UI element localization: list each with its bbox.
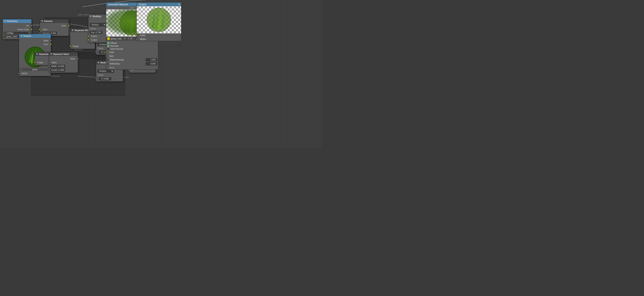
node-sep-rgb1-triangle xyxy=(72,30,74,31)
node-sep-rgb1-image-socket[interactable] xyxy=(69,45,71,47)
panel-ext-alpha-label: Alpha xyxy=(109,66,114,69)
node-texture-icon: 🌀 xyxy=(47,35,50,37)
node-texture-header: Texture 🌀 xyxy=(19,34,51,38)
panel-ext-spec-in-socket[interactable] xyxy=(105,55,107,57)
panel-ext-diffuse-label: Diffuse xyxy=(110,42,117,44)
panel-ext-add-btn[interactable]: + xyxy=(128,37,129,40)
node-squeeze-value-out: Value xyxy=(70,58,75,60)
node-squeeze-width-socket[interactable] xyxy=(48,65,50,67)
node-geometry-uv-socket[interactable] xyxy=(30,25,32,27)
node-texture-color-out-label: Color xyxy=(44,43,48,46)
node-mul-big-color2-socket[interactable] xyxy=(88,39,90,41)
texture-icon: ✕ xyxy=(21,68,22,70)
node-texture-vector-socket[interactable] xyxy=(18,72,20,74)
node-mul-big-color1-socket[interactable] xyxy=(88,35,90,37)
panel-ext-alpha-row: Alpha xyxy=(106,66,158,70)
node-squeeze-title: Squeeze Value xyxy=(53,53,69,55)
node-squeeze-value-in-row: Value xyxy=(49,60,78,64)
panel-output-alpha-row: Alpha xyxy=(137,37,181,41)
panel-output-icons: ✕ xyxy=(178,3,180,6)
node-texture-vector-in-row: Vector xyxy=(19,72,51,75)
node-geometry-grasscolor-label: grass_color xyxy=(6,36,17,38)
node-gamma-color-in-label: Color xyxy=(42,28,47,31)
panel-ext-title: Extended Material xyxy=(108,3,128,6)
node-geometry-title: Geometry xyxy=(7,20,18,22)
panel-ext-spec-row-label: Spec xyxy=(109,55,114,57)
node-gamma: Gamma Color Color Gamma: 0.450 xyxy=(40,19,69,36)
node-geometry-uv-row: UV xyxy=(3,24,32,28)
panel-output-color-socket[interactable] xyxy=(136,34,138,36)
node-geometry-uvmap-label: UVMap xyxy=(6,32,13,34)
node-mul-bot-v-socket[interactable] xyxy=(95,78,97,80)
node-sep-rgb1-title: Separate RGB xyxy=(74,29,90,32)
node-gamma-color-out: Color xyxy=(61,25,66,27)
panel-ext-ref-value[interactable]: 0.000 xyxy=(146,62,157,65)
node-texture-value-out-row: Value xyxy=(19,38,51,42)
node-mul-bot-v-row: V: 0.800 xyxy=(96,77,123,80)
panel-ext-reflectivity-row: Reflectivity: 0.000 xyxy=(106,62,158,66)
panel-ext-invert-normal-label: Invert Normal xyxy=(110,48,123,50)
panel-ext-diffuse-checkbox[interactable] xyxy=(107,42,110,44)
panel-ext-di-label: DiffuseIntensity: xyxy=(109,59,146,61)
panel-ext-di-value[interactable]: 1.000 xyxy=(146,58,157,61)
panel-ext-color-in-socket[interactable] xyxy=(105,51,107,53)
node-mul-bot-v-field[interactable]: V: 0.800 xyxy=(99,77,111,80)
node-texture-color-out-row: Color xyxy=(19,42,51,46)
panel-ext-alpha-socket[interactable] xyxy=(105,66,107,69)
node-geometry-uv-label: UV xyxy=(26,25,29,27)
node-geometry-vc-socket[interactable] xyxy=(30,28,32,30)
panel-ext-invert-normal-checkbox[interactable] xyxy=(107,48,110,50)
panel-ext-di-socket[interactable] xyxy=(107,59,109,61)
node-gamma-color-out-socket[interactable] xyxy=(68,25,70,27)
node-squeeze: Squeeze Value Value Value Width: 14.000 … xyxy=(49,52,78,73)
node-geometry-vc-label: Vertex Color xyxy=(18,28,29,31)
node-mul-bot-blend-select[interactable]: Multiply xyxy=(98,69,114,73)
node-squeeze-val-in-socket[interactable] xyxy=(48,61,50,64)
node-sep-rgb2-image-socket[interactable] xyxy=(34,61,36,64)
node-squeeze-value-label: Value xyxy=(52,61,57,64)
node-squeeze-center-field[interactable]: Center: 0.400 xyxy=(50,68,65,72)
node-mul-big-blend-select[interactable]: Multiply xyxy=(90,23,106,26)
node-mul-big-fac-field[interactable]: Fac: 0.700 xyxy=(90,31,102,34)
node-mul-mid-v-socket[interactable] xyxy=(95,51,97,53)
panel-ext-ref-socket[interactable] xyxy=(107,63,109,65)
node-geometry-header: Geometry xyxy=(3,19,32,23)
node-texture-value-out-label: Value xyxy=(43,40,48,42)
node-mul-big-clamp-label: Clamp xyxy=(90,28,96,30)
panel-output-color-label: Color xyxy=(140,34,146,36)
node-squeeze-center-socket[interactable] xyxy=(48,69,50,71)
node-gamma-color-in-socket[interactable] xyxy=(39,28,41,30)
panel-ext-specular-label: Specular xyxy=(110,45,118,47)
panel-ext-ref-label: Reflectivity: xyxy=(109,62,146,65)
node-sep-rgb2-triangle xyxy=(36,54,38,55)
node-gamma-triangle xyxy=(41,20,43,22)
node-squeeze-width-field[interactable]: Width: 14.000 xyxy=(50,65,65,68)
panel-output-header: Output ✕ xyxy=(137,2,181,6)
node-texture-vector-label: Vector xyxy=(22,72,27,74)
texture-filename-label: grass xyxy=(32,68,37,70)
panel-ext-f-label[interactable]: F xyxy=(123,37,126,40)
node-squeeze-value-socket[interactable] xyxy=(77,58,79,60)
panel-ext-color-socket-row: Color xyxy=(106,50,158,54)
panel-output-title: Output xyxy=(139,3,146,6)
node-mul-big-title: Multiply xyxy=(93,15,102,18)
panel-ext-diffuse-intensity-row: DiffuseIntensity: 1.000 xyxy=(106,58,158,62)
node-mul-bot-triangle xyxy=(98,62,100,64)
panel-ext-remove-btn[interactable]: ✕ xyxy=(130,37,132,40)
node-squeeze-center-row: Center: 0.400 xyxy=(49,68,78,72)
node-texture-color-out-socket[interactable] xyxy=(50,43,52,45)
node-squeeze-body: Value Value Width: 14.000 Center: 0.400 xyxy=(49,56,78,73)
panel-ext-specular-row: Specular xyxy=(106,44,158,48)
panel-ext-invert-normal-row: Invert Normal xyxy=(106,48,158,50)
texture-filename-row: ✕ grass ✕ xyxy=(20,68,50,71)
panel-ext-mat-name: grass_nod xyxy=(111,37,122,40)
panel-output-alpha-socket[interactable] xyxy=(136,38,138,40)
node-gamma-title: Gamma xyxy=(44,20,52,22)
panel-ext-spec-socket-row: Spec xyxy=(106,54,158,58)
node-texture-value-out-socket[interactable] xyxy=(50,40,52,42)
node-squeeze-width-row: Width: 14.000 xyxy=(49,64,78,68)
panel-output-close-icon[interactable]: ✕ xyxy=(178,3,180,6)
panel-ext-specular-checkbox[interactable] xyxy=(107,45,110,47)
node-mul-big-color2-label: Color2 xyxy=(91,39,97,41)
node-mul-mid-clamp-label: Clamp xyxy=(98,47,104,50)
